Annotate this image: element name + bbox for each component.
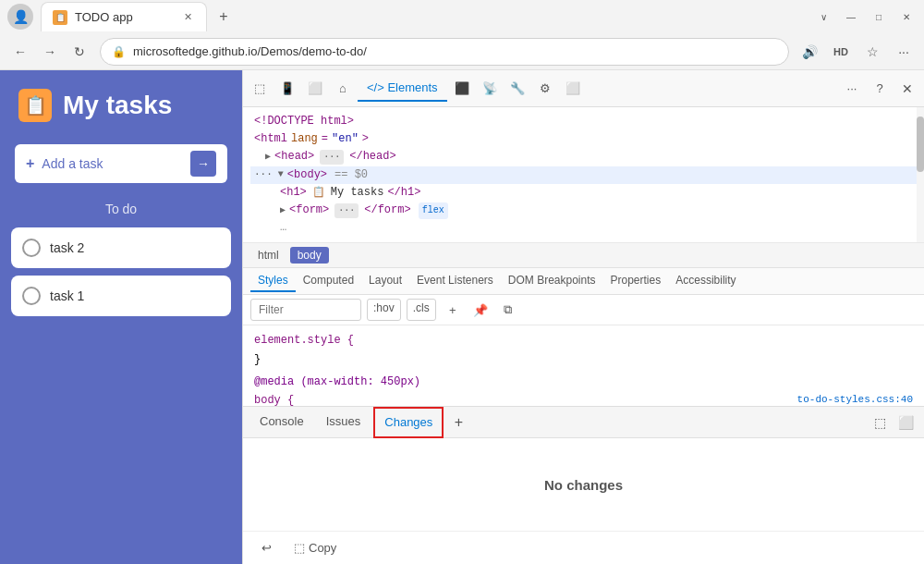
profile-icon[interactable]: 👤 bbox=[7, 4, 33, 30]
task-checkbox-2[interactable] bbox=[22, 287, 41, 305]
tab-favicon: 📋 bbox=[53, 10, 67, 25]
html-line-body[interactable]: ··· ▼ <body> == $0 bbox=[250, 166, 917, 184]
refresh-button[interactable]: ↻ bbox=[67, 39, 92, 65]
bottom-tab-changes[interactable]: Changes bbox=[373, 407, 444, 438]
css-rule-element: element.style { bbox=[254, 331, 913, 349]
dt-layout-icon[interactable]: ⬜ bbox=[560, 76, 586, 102]
browser-more-button[interactable]: ··· bbox=[891, 39, 917, 65]
undo-button[interactable]: ↩ bbox=[254, 537, 279, 558]
html-line-form[interactable]: ▶ <form> ··· </form> flex bbox=[250, 202, 917, 219]
app-logo: 📋 bbox=[18, 89, 52, 122]
scrollbar-thumb[interactable] bbox=[917, 116, 924, 172]
pseudo-cls-button[interactable]: .cls bbox=[407, 299, 436, 321]
bottom-tab-add-button[interactable]: + bbox=[447, 411, 469, 434]
breadcrumb-bar: html body bbox=[243, 243, 924, 268]
styles-tab-event-listeners[interactable]: Event Listeners bbox=[409, 270, 501, 292]
nav-right-buttons: 🔊 HD ☆ ··· bbox=[796, 39, 917, 65]
title-bar-left: 👤 bbox=[7, 4, 33, 30]
dt-home-icon[interactable]: ⌂ bbox=[330, 76, 356, 102]
minimize-window-button[interactable]: — bbox=[841, 6, 861, 27]
breadcrumb-html[interactable]: html bbox=[250, 247, 286, 264]
expand-arrow-form[interactable]: ▶ bbox=[280, 203, 286, 218]
bottom-panel: Console Issues Changes + ⬚ ⬜ No changes … bbox=[243, 406, 924, 564]
dt-panel-icon[interactable]: ⬜ bbox=[302, 76, 328, 102]
new-tab-button[interactable]: + bbox=[211, 4, 237, 30]
tab-close-button[interactable]: ✕ bbox=[180, 10, 195, 25]
dt-performance-icon[interactable]: 🔧 bbox=[505, 76, 530, 102]
task-label-1: task 2 bbox=[50, 240, 84, 255]
forward-button[interactable]: → bbox=[37, 39, 63, 65]
dt-network-icon[interactable]: 📡 bbox=[477, 76, 503, 102]
minimize-button[interactable]: ∨ bbox=[813, 6, 833, 27]
tab-elements[interactable]: </> Elements bbox=[358, 76, 447, 102]
task-item-2[interactable]: task 1 bbox=[11, 276, 231, 316]
app-title: My tasks bbox=[63, 91, 172, 120]
styles-tab-properties[interactable]: Properties bbox=[603, 270, 669, 292]
close-window-button[interactable]: ✕ bbox=[896, 6, 917, 27]
filter-new-style-icon[interactable]: 📌 bbox=[469, 299, 492, 321]
bottom-tab-console[interactable]: Console bbox=[250, 407, 313, 438]
filter-input[interactable] bbox=[250, 299, 361, 321]
styles-tab-computed[interactable]: Computed bbox=[296, 270, 361, 292]
tab-title: TODO app bbox=[75, 10, 133, 24]
styles-tab-styles[interactable]: Styles bbox=[250, 270, 296, 292]
title-bar-controls: ∨ — □ ✕ bbox=[813, 6, 917, 27]
html-line-h1: <h1> 📋 My tasks </h1> bbox=[250, 184, 917, 202]
styles-tab-layout[interactable]: Layout bbox=[361, 270, 409, 292]
pseudo-hov-button[interactable]: :hov bbox=[367, 299, 401, 321]
styles-tab-dom-breakpoints[interactable]: DOM Breakpoints bbox=[501, 270, 603, 292]
elements-area: <!DOCTYPE html> <html lang="en"> ▶ <head… bbox=[243, 107, 924, 406]
dt-inspect-icon[interactable]: ⬚ bbox=[247, 76, 273, 102]
css-source-link[interactable]: to-do-styles.css:40 bbox=[797, 391, 913, 406]
breadcrumb-body[interactable]: body bbox=[290, 247, 329, 264]
dt-more-button[interactable]: ··· bbox=[839, 76, 865, 102]
filter-add-icon[interactable]: + bbox=[442, 299, 464, 321]
back-button[interactable]: ← bbox=[7, 39, 33, 65]
bottom-tabs: Console Issues Changes + ⬚ ⬜ bbox=[243, 407, 924, 438]
title-bar: 👤 📋 TODO app ✕ + ∨ — □ ✕ bbox=[0, 0, 924, 33]
scrollbar-track[interactable] bbox=[917, 107, 924, 242]
html-line-head[interactable]: ▶ <head> ··· </head> bbox=[250, 148, 917, 166]
dots-head[interactable]: ··· bbox=[320, 150, 344, 165]
styles-tab-accessibility[interactable]: Accessibility bbox=[668, 270, 743, 292]
bottom-tab-issues[interactable]: Issues bbox=[317, 407, 371, 438]
devtools-close-button[interactable]: ✕ bbox=[894, 76, 920, 102]
task-item-1[interactable]: task 2 bbox=[11, 227, 231, 268]
browser-tab[interactable]: 📋 TODO app ✕ bbox=[41, 2, 207, 31]
copy-button[interactable]: ⬚ Copy bbox=[286, 537, 344, 558]
expand-arrow-head[interactable]: ▶ bbox=[265, 150, 271, 165]
devtools-panel: ⬚ 📱 ⬜ ⌂ </> Elements ⬛ 📡 🔧 ⚙ ⬜ ··· ? ✕ bbox=[242, 70, 924, 564]
css-atrule: @media (max-width: 450px) bbox=[254, 373, 913, 391]
copy-icon: ⬚ bbox=[294, 541, 305, 555]
no-changes-area: No changes bbox=[243, 438, 924, 531]
bottom-tab-right: ⬚ ⬜ bbox=[869, 411, 917, 434]
expand-arrow-body[interactable]: ▼ bbox=[278, 167, 284, 182]
devtools-toolbar: ⬚ 📱 ⬜ ⌂ </> Elements ⬛ 📡 🔧 ⚙ ⬜ ··· ? ✕ bbox=[243, 70, 924, 107]
bottom-undock-icon[interactable]: ⬚ bbox=[869, 411, 891, 434]
lock-icon: 🔒 bbox=[112, 45, 126, 58]
add-task-button[interactable]: + Add a task → bbox=[15, 144, 227, 183]
copy-label: Copy bbox=[309, 541, 336, 555]
dt-console-icon[interactable]: ⬛ bbox=[449, 76, 475, 102]
css-content: element.style { } @media (max-width: 450… bbox=[243, 325, 924, 406]
filter-computed-icon[interactable]: ⧉ bbox=[497, 299, 519, 321]
favorites-button[interactable]: ☆ bbox=[859, 39, 885, 65]
read-aloud-button[interactable]: 🔊 bbox=[796, 39, 822, 65]
bottom-actions: ↩ ⬚ Copy bbox=[243, 531, 924, 564]
address-text: microsoftedge.github.io/Demos/demo-to-do… bbox=[133, 44, 777, 58]
dt-help-button[interactable]: ? bbox=[867, 76, 893, 102]
html-line-doctype: <!DOCTYPE html> bbox=[250, 113, 917, 130]
address-bar[interactable]: 🔒 microsoftedge.github.io/Demos/demo-to-… bbox=[100, 38, 789, 66]
maximize-window-button[interactable]: □ bbox=[869, 6, 889, 27]
add-task-arrow-icon: → bbox=[190, 151, 216, 177]
app-panel: 📋 My tasks + Add a task → To do task 2 t… bbox=[0, 70, 242, 564]
bottom-close-icon[interactable]: ⬜ bbox=[894, 411, 917, 434]
task-checkbox-1[interactable] bbox=[22, 239, 41, 257]
styles-tabs: Styles Computed Layout Event Listeners D… bbox=[243, 268, 924, 295]
dt-device-icon[interactable]: 📱 bbox=[274, 76, 300, 102]
flex-badge: flex bbox=[419, 202, 448, 219]
dots-form[interactable]: ··· bbox=[334, 203, 359, 218]
hd-badge: HD bbox=[828, 39, 854, 65]
nav-bar: ← → ↻ 🔒 microsoftedge.github.io/Demos/de… bbox=[0, 33, 924, 70]
dt-settings-icon[interactable]: ⚙ bbox=[532, 76, 558, 102]
